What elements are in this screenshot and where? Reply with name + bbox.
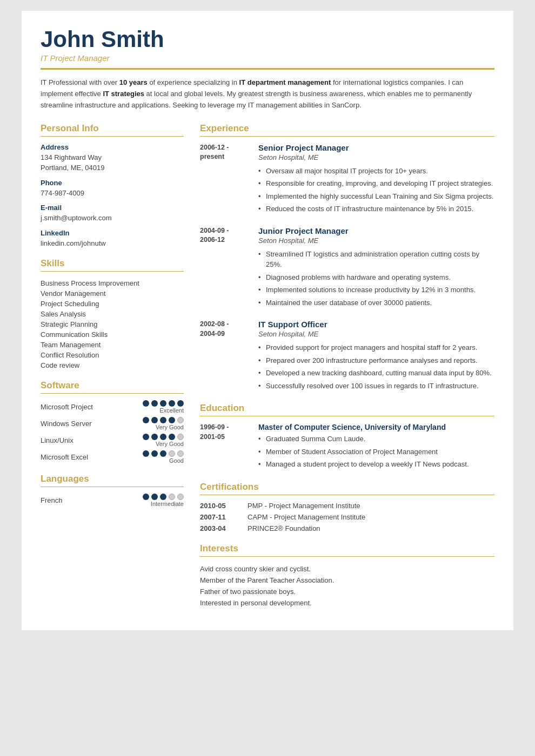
exp-row: 2004-09 -2006-12Junior Project ManagerSe… — [200, 226, 494, 309]
linkedin-value: linkedin.com/johnutw — [41, 238, 184, 249]
software-rating: Good — [143, 450, 184, 464]
certification-item: 2010-05PMP - Project Management Institut… — [200, 502, 494, 510]
exp-date: 2002-08 -2004-09 — [200, 320, 249, 392]
skill-item: Project Scheduling — [41, 299, 184, 309]
experience-entry: 2006-12 -presentSenior Project ManagerSe… — [200, 143, 494, 215]
education-section: Education 1996-09 -2001-05Master of Comp… — [200, 403, 494, 471]
interests-section: Interests Avid cross country skier and c… — [200, 543, 494, 609]
dot-filled — [151, 400, 158, 407]
resume-container: John Smith IT Project Manager IT Profess… — [22, 11, 513, 630]
skill-item: Sales Analysis — [41, 309, 184, 319]
dot-filled — [160, 400, 166, 407]
interests-title: Interests — [200, 543, 494, 557]
software-name: Linux/Unix — [41, 436, 73, 444]
header-section: John Smith IT Project Manager — [41, 27, 494, 70]
skill-item: Business Process Improvement — [41, 278, 184, 288]
skill-item: Strategic Planning — [41, 319, 184, 329]
language-name: French — [41, 496, 62, 504]
education-title: Education — [200, 403, 494, 416]
dot-filled — [143, 494, 149, 500]
address-line1: 134 Rightward Way — [41, 152, 184, 163]
software-section: Software Microsoft ProjectExcellentWindo… — [41, 380, 184, 464]
dot-empty — [169, 494, 175, 500]
edu-bullet: Managed a student project to develop a w… — [258, 458, 494, 471]
dot-filled — [151, 450, 158, 457]
personal-info-title: Personal Info — [41, 123, 184, 137]
dot-filled — [169, 417, 175, 423]
exp-bullet: Responsible for creating, improving, and… — [258, 177, 494, 190]
exp-bullet: Reduced the costs of IT infrastructure m… — [258, 202, 494, 215]
skill-item: Communication Skills — [41, 329, 184, 340]
phone-label: Phone — [41, 179, 184, 187]
exp-bullets: Streamlined IT logistics and administrat… — [258, 248, 494, 309]
summary-section: IT Professional with over 10 years of ex… — [41, 77, 494, 111]
language-label: Intermediate — [143, 501, 184, 507]
cert-date: 2010-05 — [200, 502, 238, 510]
skills-section: Skills Business Process ImprovementVendo… — [41, 258, 184, 370]
software-label: Excellent — [143, 407, 184, 414]
edu-date: 1996-09 -2001-05 — [200, 423, 249, 471]
email-label: E-mail — [41, 204, 184, 212]
certification-item: 2007-11CAPM - Project Management Institu… — [200, 513, 494, 521]
software-label: Very Good — [143, 441, 184, 447]
software-rating: Excellent — [143, 400, 184, 414]
email-value: j.smith@uptowork.com — [41, 213, 184, 224]
cert-name: PMP - Project Management Institute — [248, 502, 360, 510]
exp-company: Seton Hospital, ME — [258, 153, 494, 161]
two-column-layout: Personal Info Address 134 Rightward Way … — [41, 123, 494, 609]
candidate-title: IT Project Manager — [41, 53, 494, 63]
cert-date: 2003-04 — [200, 524, 238, 532]
software-item: Windows ServerVery Good — [41, 417, 184, 430]
software-name: Microsoft Excel — [41, 453, 88, 461]
dot-filled — [169, 400, 175, 407]
edu-row: 1996-09 -2001-05Master of Computer Scien… — [200, 423, 494, 471]
linkedin-label: LinkedIn — [41, 229, 184, 237]
cert-name: PRINCE2® Foundation — [248, 524, 320, 532]
interest-item: Member of the Parent Teacher Association… — [200, 575, 494, 586]
experience-list: 2006-12 -presentSenior Project ManagerSe… — [200, 143, 494, 393]
exp-content: IT Support OfficerSeton Hospital, MEProv… — [258, 320, 494, 392]
exp-content: Senior Project ManagerSeton Hospital, ME… — [258, 143, 494, 215]
dot-filled — [151, 434, 158, 440]
skills-title: Skills — [41, 258, 184, 272]
interest-item: Avid cross country skier and cyclist. — [200, 563, 494, 575]
exp-bullets: Provided support for project managers an… — [258, 341, 494, 392]
dot-filled — [151, 417, 158, 423]
exp-bullet: Prepared over 200 infrastructure perform… — [258, 354, 494, 367]
edu-bullet: Graduated Summa Cum Laude. — [258, 433, 494, 446]
software-name: Microsoft Project — [41, 403, 93, 411]
interests-list: Avid cross country skier and cyclist.Mem… — [200, 563, 494, 609]
exp-title: IT Support Officer — [258, 320, 494, 329]
candidate-name: John Smith — [41, 27, 494, 52]
exp-company: Seton Hospital, ME — [258, 237, 494, 245]
software-label: Good — [143, 457, 184, 464]
right-column: Experience 2006-12 -presentSenior Projec… — [200, 123, 494, 609]
software-item: Linux/UnixVery Good — [41, 434, 184, 447]
exp-bullet: Diagnosed problems with hardware and ope… — [258, 271, 494, 284]
certification-item: 2003-04PRINCE2® Foundation — [200, 524, 494, 532]
exp-bullet: Oversaw all major hospital IT projects f… — [258, 165, 494, 178]
skill-item: Vendor Management — [41, 288, 184, 299]
languages-list: FrenchIntermediate — [41, 494, 184, 507]
dot-empty — [177, 450, 184, 457]
skill-item: Conflict Resolution — [41, 350, 184, 360]
dot-filled — [143, 417, 149, 423]
software-name: Windows Server — [41, 420, 92, 428]
exp-date: 2004-09 -2006-12 — [200, 226, 249, 309]
education-entry: 1996-09 -2001-05Master of Computer Scien… — [200, 423, 494, 471]
left-column: Personal Info Address 134 Rightward Way … — [41, 123, 184, 609]
address-line2: Portland, ME, 04019 — [41, 163, 184, 173]
languages-section: Languages FrenchIntermediate — [41, 474, 184, 507]
exp-bullet: Implemented the highly successful Lean T… — [258, 190, 494, 203]
dot-filled — [151, 494, 158, 500]
dot-filled — [143, 400, 149, 407]
exp-bullet: Streamlined IT logistics and administrat… — [258, 248, 494, 271]
dot-filled — [169, 434, 175, 440]
exp-date: 2006-12 -present — [200, 143, 249, 215]
dot-filled — [143, 450, 149, 457]
edu-title: Master of Computer Science, University o… — [258, 423, 494, 431]
skills-list: Business Process ImprovementVendor Manag… — [41, 278, 184, 370]
exp-bullet: Successfully resolved over 100 issues in… — [258, 380, 494, 393]
dot-empty — [169, 450, 175, 457]
dot-filled — [160, 417, 166, 423]
